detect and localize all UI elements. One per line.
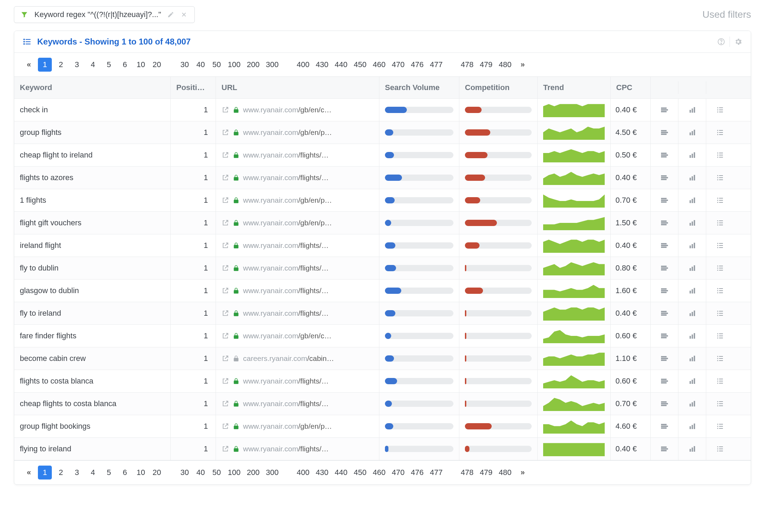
pager-page-2[interactable]: 2 bbox=[54, 58, 68, 72]
pager-page-400[interactable]: 400 bbox=[295, 58, 312, 72]
row-action-list-icon[interactable] bbox=[706, 234, 734, 257]
pager-page-477[interactable]: 477 bbox=[428, 58, 445, 72]
col-competition[interactable]: Competition bbox=[459, 77, 538, 98]
external-link-icon[interactable] bbox=[222, 174, 229, 182]
row-action-list-icon[interactable] bbox=[706, 189, 734, 211]
row-action-serp-icon[interactable] bbox=[651, 257, 678, 279]
pager-page-476[interactable]: 476 bbox=[409, 466, 426, 479]
cell-keyword[interactable]: flights to costa blanca bbox=[14, 370, 171, 392]
cell-url[interactable]: www.ryanair.com/gb/en/p… bbox=[216, 415, 379, 437]
row-action-list-icon[interactable] bbox=[706, 144, 734, 166]
row-action-list-icon[interactable] bbox=[706, 99, 734, 121]
cell-url[interactable]: www.ryanair.com/flights/… bbox=[216, 167, 379, 189]
row-action-serp-icon[interactable] bbox=[651, 347, 678, 370]
cell-keyword[interactable]: fly to ireland bbox=[14, 302, 171, 324]
row-action-serp-icon[interactable] bbox=[651, 234, 678, 257]
pager-page-480[interactable]: 480 bbox=[497, 58, 514, 72]
external-link-icon[interactable] bbox=[222, 151, 229, 159]
col-cpc[interactable]: CPC bbox=[611, 77, 651, 98]
row-action-chart-icon[interactable] bbox=[678, 347, 706, 370]
cell-keyword[interactable]: group flight bookings bbox=[14, 415, 171, 437]
row-action-chart-icon[interactable] bbox=[678, 121, 706, 144]
row-action-serp-icon[interactable] bbox=[651, 121, 678, 144]
cell-url[interactable]: careers.ryanair.com/cabin… bbox=[216, 347, 379, 370]
cell-url[interactable]: www.ryanair.com/flights/… bbox=[216, 393, 379, 415]
external-link-icon[interactable] bbox=[222, 377, 229, 385]
row-action-chart-icon[interactable] bbox=[678, 234, 706, 257]
row-action-serp-icon[interactable] bbox=[651, 393, 678, 415]
external-link-icon[interactable] bbox=[222, 332, 229, 340]
pager-page-40[interactable]: 40 bbox=[194, 58, 208, 72]
row-action-chart-icon[interactable] bbox=[678, 302, 706, 324]
external-link-icon[interactable] bbox=[222, 287, 229, 295]
row-action-list-icon[interactable] bbox=[706, 167, 734, 189]
external-link-icon[interactable] bbox=[222, 196, 229, 204]
external-link-icon[interactable] bbox=[222, 106, 229, 114]
col-url[interactable]: URL bbox=[216, 77, 379, 98]
cell-keyword[interactable]: 1 flights bbox=[14, 189, 171, 211]
row-action-list-icon[interactable] bbox=[706, 347, 734, 370]
pager-page-460[interactable]: 460 bbox=[371, 466, 388, 479]
row-action-serp-icon[interactable] bbox=[651, 280, 678, 302]
pager-page-20[interactable]: 20 bbox=[150, 466, 164, 479]
pager-page-470[interactable]: 470 bbox=[390, 466, 407, 479]
row-action-serp-icon[interactable] bbox=[651, 99, 678, 121]
cell-url[interactable]: www.ryanair.com/flights/… bbox=[216, 144, 379, 166]
cell-url[interactable]: www.ryanair.com/gb/en/c… bbox=[216, 99, 379, 121]
pager-page-440[interactable]: 440 bbox=[333, 466, 350, 479]
used-filters-link[interactable]: Used filters bbox=[702, 9, 751, 20]
pager-page-6[interactable]: 6 bbox=[118, 58, 132, 72]
pager-page-5[interactable]: 5 bbox=[102, 466, 116, 479]
row-action-serp-icon[interactable] bbox=[651, 189, 678, 211]
pager-page-200[interactable]: 200 bbox=[245, 58, 262, 72]
row-action-chart-icon[interactable] bbox=[678, 144, 706, 166]
col-search-volume[interactable]: Search Volume bbox=[379, 77, 459, 98]
gear-icon[interactable] bbox=[734, 38, 742, 46]
pager-first[interactable]: « bbox=[22, 466, 36, 479]
cell-url[interactable]: www.ryanair.com/gb/en/c… bbox=[216, 325, 379, 347]
row-action-serp-icon[interactable] bbox=[651, 167, 678, 189]
row-action-chart-icon[interactable] bbox=[678, 257, 706, 279]
cell-url[interactable]: www.ryanair.com/flights/… bbox=[216, 280, 379, 302]
external-link-icon[interactable] bbox=[222, 242, 229, 249]
pager-last[interactable]: » bbox=[516, 466, 530, 479]
cell-keyword[interactable]: fare finder flights bbox=[14, 325, 171, 347]
pager-page-430[interactable]: 430 bbox=[314, 466, 331, 479]
row-action-serp-icon[interactable] bbox=[651, 144, 678, 166]
cell-keyword[interactable]: check in bbox=[14, 99, 171, 121]
pager-page-440[interactable]: 440 bbox=[333, 58, 350, 72]
cell-keyword[interactable]: group flights bbox=[14, 121, 171, 144]
pager-page-470[interactable]: 470 bbox=[390, 58, 407, 72]
pager-page-10[interactable]: 10 bbox=[134, 58, 148, 72]
col-trend[interactable]: Trend bbox=[538, 77, 611, 98]
row-action-chart-icon[interactable] bbox=[678, 438, 706, 460]
row-action-list-icon[interactable] bbox=[706, 393, 734, 415]
edit-icon[interactable] bbox=[167, 11, 174, 18]
external-link-icon[interactable] bbox=[222, 445, 229, 453]
pager-page-300[interactable]: 300 bbox=[264, 58, 281, 72]
pager-page-50[interactable]: 50 bbox=[210, 466, 224, 479]
pager-page-200[interactable]: 200 bbox=[245, 466, 262, 479]
pager-page-450[interactable]: 450 bbox=[352, 58, 369, 72]
cell-keyword[interactable]: flights to azores bbox=[14, 167, 171, 189]
pager-page-40[interactable]: 40 bbox=[194, 466, 208, 479]
pager-page-5[interactable]: 5 bbox=[102, 58, 116, 72]
cell-url[interactable]: www.ryanair.com/flights/… bbox=[216, 438, 379, 460]
row-action-chart-icon[interactable] bbox=[678, 167, 706, 189]
cell-keyword[interactable]: become cabin crew bbox=[14, 347, 171, 370]
row-action-list-icon[interactable] bbox=[706, 121, 734, 144]
external-link-icon[interactable] bbox=[222, 355, 229, 362]
row-action-list-icon[interactable] bbox=[706, 212, 734, 234]
row-action-list-icon[interactable] bbox=[706, 438, 734, 460]
cell-url[interactable]: www.ryanair.com/flights/… bbox=[216, 257, 379, 279]
pager-page-4[interactable]: 4 bbox=[86, 58, 100, 72]
pager-page-476[interactable]: 476 bbox=[409, 58, 426, 72]
cell-keyword[interactable]: flying to ireland bbox=[14, 438, 171, 460]
cell-url[interactable]: www.ryanair.com/flights/… bbox=[216, 234, 379, 257]
row-action-serp-icon[interactable] bbox=[651, 415, 678, 437]
row-action-chart-icon[interactable] bbox=[678, 212, 706, 234]
pager-first[interactable]: « bbox=[22, 58, 36, 72]
row-action-chart-icon[interactable] bbox=[678, 325, 706, 347]
pager-page-50[interactable]: 50 bbox=[210, 58, 224, 72]
pager-page-1[interactable]: 1 bbox=[38, 466, 52, 479]
